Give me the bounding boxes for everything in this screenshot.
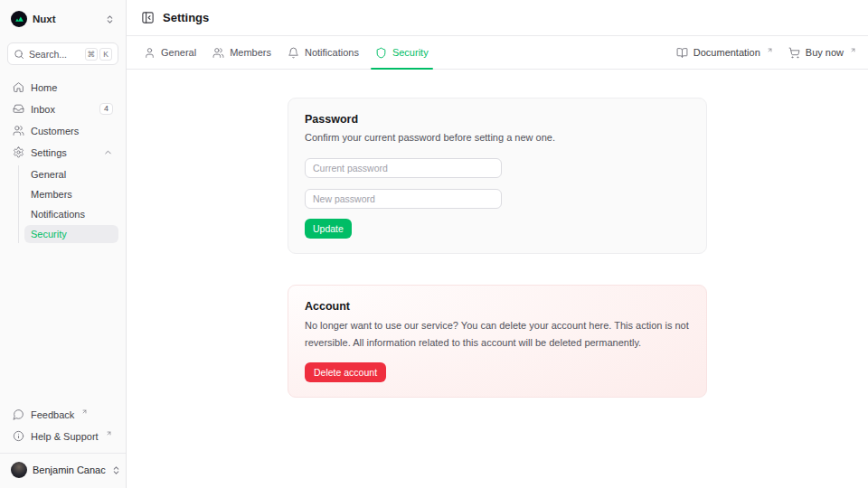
settings-subnav: General Members Notifications Security	[18, 165, 118, 243]
page-title: Settings	[163, 11, 209, 24]
chat-icon	[13, 408, 24, 420]
sidebar-item-feedback[interactable]: Feedback	[7, 405, 118, 424]
external-link-icon	[81, 408, 88, 415]
settings-content: Password Confirm your current password b…	[127, 70, 868, 488]
sidebar-item-customers[interactable]: Customers	[7, 121, 118, 140]
sidebar-item-security[interactable]: Security	[24, 225, 118, 243]
sidebar-spacer	[7, 243, 118, 392]
search-icon	[14, 49, 24, 60]
tab-members[interactable]: Members	[205, 36, 278, 69]
sidebar-item-label: General	[31, 169, 66, 180]
unfold-icon	[111, 465, 121, 475]
new-password-input[interactable]	[305, 189, 502, 209]
avatar	[11, 462, 27, 478]
users-icon	[13, 125, 24, 136]
sidebar-item-home[interactable]: Home	[7, 78, 118, 97]
sidebar-item-label: Home	[31, 82, 57, 93]
external-link-icon	[850, 47, 856, 53]
delete-account-button[interactable]: Delete account	[305, 362, 386, 382]
search-placeholder: Search...	[29, 49, 67, 60]
sidebar-item-label: Help & Support	[31, 431, 99, 442]
tab-label: Security	[392, 47, 429, 58]
settings-tabbar: General Members Notifications Security	[127, 36, 868, 70]
sidebar-nav: Home Inbox 4 Customers Settings	[7, 78, 118, 243]
workspace-switcher[interactable]: Nuxt	[7, 7, 118, 31]
account-card: Account No longer want to use our servic…	[288, 285, 707, 399]
sidebar-item-members[interactable]: Members	[24, 185, 118, 203]
documentation-link[interactable]: Documentation	[676, 47, 772, 59]
external-link-icon	[106, 430, 112, 436]
tabbar-actions: Documentation Buy now	[676, 36, 859, 69]
password-card: Password Confirm your current password b…	[288, 98, 707, 254]
tab-security[interactable]: Security	[368, 36, 436, 69]
user-icon	[144, 47, 156, 59]
update-button[interactable]: Update	[305, 219, 352, 239]
sidebar-item-settings[interactable]: Settings	[7, 143, 118, 162]
sidebar-item-label: Inbox	[31, 104, 55, 115]
bell-icon	[288, 47, 299, 59]
account-card-description: No longer want to use our service? You c…	[305, 317, 690, 353]
info-icon	[13, 430, 24, 442]
kbd-meta: ⌘	[85, 48, 99, 61]
action-label: Documentation	[693, 47, 760, 58]
cart-icon	[788, 47, 800, 59]
nuxt-logo-icon	[11, 11, 27, 27]
current-password-input[interactable]	[305, 158, 502, 178]
sidebar-item-label: Members	[31, 189, 72, 200]
sidebar-item-inbox[interactable]: Inbox 4	[7, 99, 118, 118]
tab-label: Notifications	[305, 47, 359, 58]
workspace-name: Nuxt	[33, 14, 56, 24]
sidebar-item-label: Notifications	[31, 209, 85, 220]
sidebar: Nuxt Search... ⌘ K Home	[0, 0, 127, 488]
inbox-icon	[13, 103, 24, 115]
action-label: Buy now	[806, 47, 844, 58]
chevron-up-icon	[103, 147, 113, 157]
search-input[interactable]: Search... ⌘ K	[7, 42, 118, 65]
search-shortcut: ⌘ K	[85, 48, 113, 61]
app-window: Nuxt Search... ⌘ K Home	[0, 0, 868, 488]
gear-icon	[13, 146, 24, 158]
page-header: Settings	[127, 0, 868, 36]
shield-icon	[375, 47, 387, 59]
inbox-badge: 4	[99, 103, 113, 115]
sidebar-item-notifications[interactable]: Notifications	[24, 205, 118, 223]
book-open-icon	[676, 47, 688, 59]
sidebar-item-label: Customers	[31, 126, 79, 136]
tab-label: General	[161, 47, 196, 58]
kbd-k: K	[99, 48, 112, 61]
account-card-title: Account	[305, 300, 690, 313]
main-panel: Settings General Members Notifications	[127, 0, 868, 488]
password-card-description: Confirm your current password before set…	[305, 130, 690, 145]
user-name: Benjamin Canac	[33, 465, 106, 475]
password-card-title: Password	[305, 113, 690, 126]
unfold-icon	[105, 14, 115, 24]
sidebar-item-label: Settings	[31, 147, 67, 158]
external-link-icon	[767, 47, 773, 53]
sidebar-item-help-support[interactable]: Help & Support	[7, 427, 118, 446]
tab-label: Members	[230, 47, 271, 58]
tab-notifications[interactable]: Notifications	[280, 36, 366, 69]
tab-general[interactable]: General	[137, 36, 203, 69]
user-menu[interactable]: Benjamin Canac	[7, 454, 118, 481]
home-icon	[13, 81, 24, 93]
panel-left-close-icon[interactable]	[141, 11, 155, 24]
users-icon	[212, 47, 224, 59]
sidebar-footer-nav: Feedback Help & Support	[7, 405, 118, 446]
buy-now-link[interactable]: Buy now	[788, 47, 855, 59]
sidebar-item-label: Security	[31, 229, 67, 239]
sidebar-item-general[interactable]: General	[24, 165, 118, 183]
sidebar-item-label: Feedback	[31, 409, 74, 420]
